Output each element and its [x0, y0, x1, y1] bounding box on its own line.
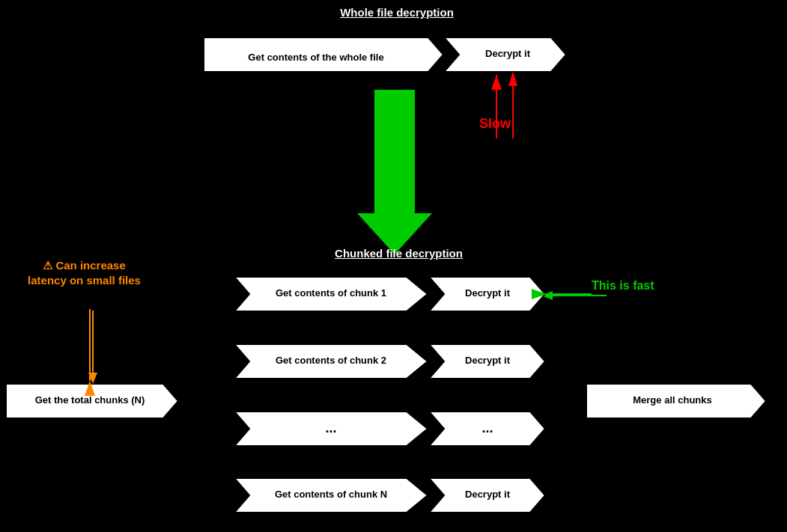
- svg-text:...: ...: [481, 421, 493, 435]
- chunked-file-title: Chunked file decryption: [311, 247, 487, 260]
- svg-text:Get the total chunks (N): Get the total chunks (N): [35, 394, 145, 406]
- svg-text:Merge all chunks: Merge all chunks: [633, 394, 711, 406]
- svg-text:...: ...: [325, 421, 336, 435]
- this-is-fast-annotation: This is fast: [592, 279, 654, 293]
- svg-text:Decrypt it: Decrypt it: [485, 48, 531, 59]
- slow-annotation: Slow: [479, 116, 511, 132]
- c2-get-shape: Get contents of chunk 2: [234, 343, 435, 380]
- c2-decrypt-shape: Decrypt it: [429, 343, 545, 380]
- c1-get-shape: Get contents of chunk 1: [234, 275, 435, 313]
- svg-marker-1: [508, 71, 517, 86]
- wf-decrypt-shape: Decrypt it: [444, 36, 566, 73]
- whole-file-title: Whole file decryption: [315, 6, 479, 19]
- c3-get-shape: ...: [234, 410, 435, 447]
- svg-text:Decrypt it: Decrypt it: [465, 489, 511, 500]
- c4-decrypt-shape: Decrypt it: [429, 477, 545, 514]
- total-chunks-shape: Get the total chunks (N): [6, 382, 186, 420]
- svg-text:Decrypt it: Decrypt it: [465, 355, 511, 366]
- svg-text:Get contents of chunk N: Get contents of chunk N: [275, 489, 387, 500]
- merge-chunks-shape: Merge all chunks: [586, 382, 766, 420]
- svg-text:Get contents of the whole file: Get contents of the whole file: [248, 52, 383, 63]
- c1-decrypt-shape: Decrypt it: [429, 275, 545, 313]
- wf-get-shape: Get contents of the whole file: [204, 36, 458, 73]
- can-increase-annotation: ⚠ Can increaselatency on small files: [15, 258, 154, 287]
- c4-get-shape: Get contents of chunk N: [234, 477, 435, 514]
- svg-text:Decrypt it: Decrypt it: [465, 287, 511, 299]
- svg-text:Get contents of chunk 1: Get contents of chunk 1: [276, 287, 386, 299]
- svg-text:Get contents of chunk 2: Get contents of chunk 2: [276, 355, 386, 366]
- big-green-arrow: [357, 90, 432, 254]
- c3-decrypt-shape: ...: [429, 410, 545, 447]
